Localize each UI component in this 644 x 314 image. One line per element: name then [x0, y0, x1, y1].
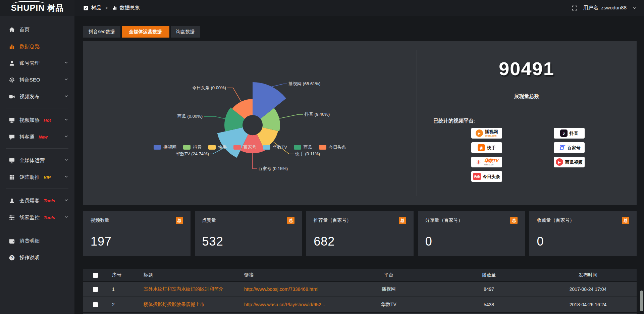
stat-card-label: 点赞量 — [202, 217, 216, 223]
total-badge[interactable]: 总 — [510, 217, 518, 224]
sidebar-item-抖音SEO[interactable]: 抖音SEO — [0, 71, 74, 88]
row-checkbox[interactable] — [93, 287, 98, 292]
sidebar-item-操作说明[interactable]: ?操作说明 — [0, 249, 74, 266]
total-badge[interactable]: 总 — [399, 217, 406, 224]
sidebar-item-视频发布[interactable]: 视频发布 — [0, 88, 74, 105]
pie-label: 快手 (0.11%) — [295, 151, 320, 156]
chevron-down-icon — [64, 198, 68, 204]
overview-panel: 播视网 (65.61%)抖音 (9.40%)快手 (0.11%)百家号 (0.1… — [83, 41, 637, 205]
legend-swatch — [183, 145, 191, 150]
platform-badge-name: 播视网 — [485, 129, 498, 134]
grid-icon — [9, 174, 15, 180]
sidebar-item-label: 抖音SEO — [19, 77, 40, 83]
legend-item-快手[interactable]: 快手 — [208, 144, 227, 150]
legend-item-华数TV[interactable]: 华数TV — [263, 144, 287, 150]
chevron-down-icon — [64, 117, 68, 123]
horizontal-divider — [429, 105, 626, 105]
legend-item-播视网[interactable]: 播视网 — [154, 144, 176, 150]
sidebar-item-会员爆客[interactable]: 会员爆客Tools — [0, 192, 74, 209]
xigua-logo-icon: ▶ — [556, 158, 563, 166]
platform-badge-百家号: 百百家号 — [554, 142, 585, 153]
breadcrumb-current[interactable]: 数据总览 — [120, 5, 140, 11]
wallet-icon — [9, 238, 15, 244]
legend-label: 西瓜 — [304, 144, 312, 150]
sidebar-item-label: 全媒体运营 — [19, 157, 45, 164]
tab-抖音seo数据[interactable]: 抖音seo数据 — [83, 26, 120, 38]
sidebar-item-label: 视频发布 — [19, 94, 40, 100]
cell-time: 2017-08-24 17:04 — [539, 286, 637, 292]
sidebar-item-视频加热[interactable]: 视频加热Hot — [0, 112, 74, 128]
cell-index: 1 — [108, 286, 140, 292]
legend-item-抖音[interactable]: 抖音 — [183, 144, 202, 150]
stat-card-视频数量: 视频数量 总 197 — [83, 211, 191, 256]
row-checkbox[interactable] — [93, 302, 98, 307]
stat-card-label: 分享量（百家号） — [425, 217, 463, 223]
platform-badge-西瓜视频: ▶西瓜视频 — [554, 157, 585, 167]
platform-badge-subtext: boosj.com — [485, 135, 498, 137]
sidebar-item-抖客通[interactable]: 抖客通New — [0, 128, 74, 145]
video-title-link[interactable]: 室外水纹灯和室内水纹灯的区别和简介 — [144, 286, 223, 292]
legend-item-百家号[interactable]: 百家号 — [233, 144, 256, 150]
sidebar-item-全媒体运营[interactable]: 全媒体运营 — [0, 152, 74, 169]
username-value: zswodun88 — [601, 5, 627, 10]
video-url-link[interactable]: http://www.boosj.com/7338468.html — [244, 286, 318, 292]
platform-badge-今日头条: 头条今日头条 — [471, 171, 502, 182]
cell-views: 5438 — [438, 302, 539, 307]
douyin-logo-icon: ♪ — [560, 129, 568, 137]
baijiahao-logo-icon: 百 — [558, 144, 566, 151]
stat-cards-row: 视频数量 总 197 点赞量 总 532 推荐量（百家号） 总 682 分享量（… — [83, 211, 637, 256]
legend-label: 播视网 — [163, 144, 176, 150]
app-logo[interactable]: SHUPIN 树品 — [0, 0, 74, 16]
platform-badge-name: 快手 — [487, 146, 496, 150]
tab-全媒体运营数据[interactable]: 全媒体运营数据 — [122, 26, 169, 38]
breadcrumb-root[interactable]: 树品 — [91, 5, 101, 11]
user-menu[interactable]: 用户名: zswodun88 — [583, 5, 627, 11]
sidebar-item-矩阵助推[interactable]: 矩阵助推VIP — [0, 169, 74, 186]
total-badge[interactable]: 总 — [287, 217, 294, 224]
video-title-link[interactable]: 楼体投影灯投影效果震撼上市 — [144, 302, 205, 307]
sidebar-divider — [6, 229, 68, 229]
table-row-clipped — [83, 312, 637, 314]
platform-badge-name: 抖音 — [570, 131, 578, 136]
chevron-down-icon — [64, 60, 68, 66]
stat-card-value: 682 — [306, 229, 414, 249]
fullscreen-icon[interactable] — [572, 5, 577, 11]
legend-swatch — [263, 145, 270, 150]
scrollbar-thumb[interactable] — [640, 291, 643, 311]
sidebar-item-线索监控[interactable]: 线索监控Tools — [0, 209, 74, 226]
select-all-checkbox[interactable] — [93, 273, 98, 278]
platform-badge-name: 今日头条 — [483, 174, 500, 179]
pie-slice-华数TV[interactable] — [217, 127, 248, 158]
legend-item-今日头条[interactable]: 今日头条 — [319, 144, 346, 150]
sidebar-item-账号管理[interactable]: 账号管理 — [0, 55, 74, 71]
sidebar-item-label: 消费明细 — [19, 238, 40, 244]
video-url-link[interactable]: http://www.wasu.cn/Play/show/id/952... — [244, 302, 325, 307]
chart-legend: 播视网 抖音 快手 百家号 华数TV 西瓜 今日头条 — [83, 144, 417, 150]
table-header-row: 序号标题链接平台播放量发布时间 — [83, 269, 637, 281]
sidebar-item-label: 矩阵助推 — [19, 174, 40, 180]
gear-icon — [9, 77, 15, 83]
sidebar-item-badge: Tools — [44, 198, 55, 203]
chevron-down-icon[interactable] — [633, 6, 637, 10]
wasu-logo-icon: ✳ — [475, 158, 482, 166]
total-badge[interactable]: 总 — [622, 217, 629, 224]
sidebar-item-数据总览[interactable]: 数据总览 — [0, 38, 74, 55]
stat-card-推荐量（百家号）: 推荐量（百家号） 总 682 — [306, 211, 414, 256]
legend-item-西瓜[interactable]: 西瓜 — [294, 144, 312, 150]
total-badge[interactable]: 总 — [176, 217, 183, 224]
column-header-发布时间: 发布时间 — [539, 272, 637, 278]
platforms-title: 已统计的视频平台: — [433, 118, 475, 124]
sidebar-item-label: 数据总览 — [19, 43, 40, 50]
bar-chart-icon — [112, 5, 117, 10]
legend-swatch — [154, 145, 161, 150]
platform-badge-name: 华数TV — [484, 158, 499, 163]
sidebar-item-label: 首页 — [19, 27, 30, 33]
stat-card-label: 推荐量（百家号） — [314, 217, 351, 223]
sidebar-item-首页[interactable]: 首页 — [0, 21, 74, 38]
tab-询盘数据[interactable]: 询盘数据 — [171, 26, 200, 38]
logo-arc-decoration — [13, 1, 45, 4]
monitor-icon — [9, 157, 15, 164]
pie-label-line — [279, 114, 303, 118]
sidebar-item-消费明细[interactable]: 消费明细 — [0, 232, 74, 249]
column-header-链接: 链接 — [240, 272, 339, 278]
